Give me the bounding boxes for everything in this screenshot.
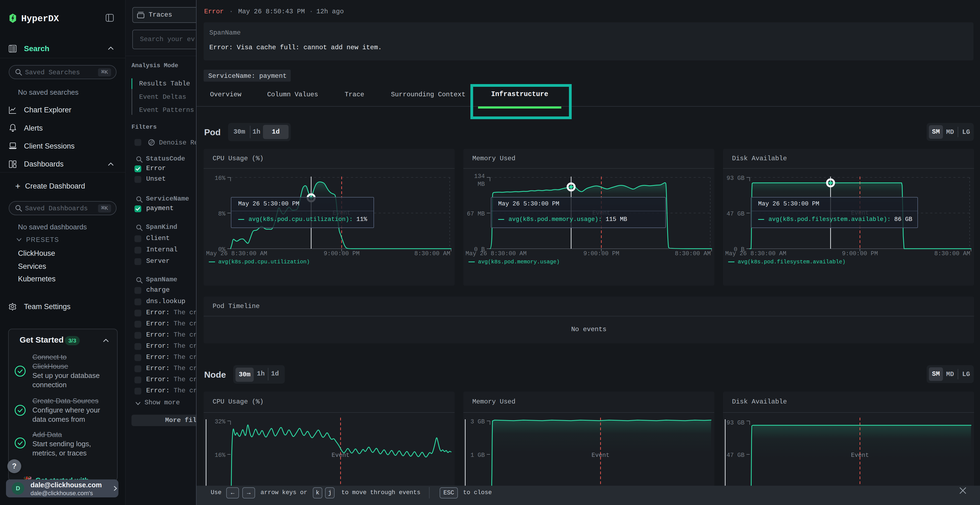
svg-text:47 GB: 47 GB xyxy=(727,211,745,218)
svg-text:134: 134 xyxy=(474,173,485,180)
svg-text:MB: MB xyxy=(478,181,485,188)
svg-text:9:00:00 PM: 9:00:00 PM xyxy=(583,250,619,257)
svg-text:May 26 8:30:00 AM: May 26 8:30:00 AM xyxy=(466,250,527,257)
svg-text:May 26 8:30:00 AM: May 26 8:30:00 AM xyxy=(725,250,786,257)
svg-text:1 GB: 1 GB xyxy=(470,452,485,459)
svg-text:32%: 32% xyxy=(215,418,225,425)
svg-text:3 GB: 3 GB xyxy=(470,418,485,425)
svg-text:9:00:00 PM: 9:00:00 PM xyxy=(324,250,360,257)
svg-text:May 26 8:30:00 AM: May 26 8:30:00 AM xyxy=(206,250,267,257)
svg-text:16%: 16% xyxy=(215,452,225,459)
svg-text:16%: 16% xyxy=(215,175,225,182)
svg-text:8%: 8% xyxy=(218,211,226,218)
svg-text:47 GB: 47 GB xyxy=(727,452,745,459)
svg-text:67 MB: 67 MB xyxy=(467,211,485,218)
svg-text:8:30:00 AM: 8:30:00 AM xyxy=(675,250,711,257)
svg-text:93 GB: 93 GB xyxy=(727,419,745,426)
svg-text:9:00:00 PM: 9:00:00 PM xyxy=(842,250,878,257)
svg-text:8:30:00 AM: 8:30:00 AM xyxy=(414,250,450,257)
svg-text:8:30:00 AM: 8:30:00 AM xyxy=(934,250,970,257)
svg-text:93 GB: 93 GB xyxy=(727,175,745,182)
